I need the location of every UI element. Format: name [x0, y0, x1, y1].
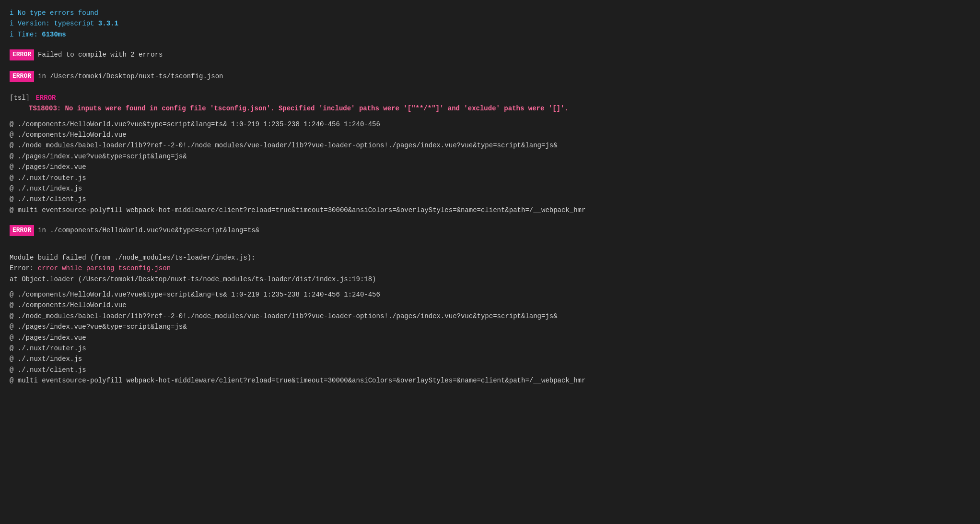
- at-line-2-2: @ ./components/HelloWorld.vue: [10, 300, 970, 310]
- at-line-1-8: @ ./.nuxt/client.js: [10, 194, 970, 204]
- info-icon-1: i: [10, 9, 18, 17]
- terminal-output: i No type errors found i Version: typesc…: [10, 8, 970, 386]
- at-line-2-4: @ ./pages/index.vue?vue&type=script&lang…: [10, 322, 970, 332]
- at-line-1-1: @ ./components/HelloWorld.vue?vue&type=s…: [10, 119, 970, 130]
- module-error-inline: error while parsing tsconfig.json: [38, 264, 171, 272]
- at-lines-group-1: @ ./components/HelloWorld.vue?vue&type=s…: [10, 119, 970, 216]
- at-line-2-8: @ ./.nuxt/client.js: [10, 365, 970, 375]
- error-block-1: ERROR in /Users/tomoki/Desktop/nuxt-ts/t…: [10, 71, 970, 215]
- at-line-1-5: @ ./pages/index.vue: [10, 162, 970, 172]
- tsl-label: [tsl]: [10, 93, 30, 103]
- info-line-2: i Version: typescript 3.3.1: [10, 18, 970, 29]
- info-icon-3: i: [10, 31, 18, 38]
- at-line-1-2: @ ./components/HelloWorld.vue: [10, 130, 970, 140]
- error-block-2-path: in ./components/HelloWorld.vue?vue&type=…: [38, 225, 259, 236]
- info-prefix-3: Time:: [18, 31, 42, 38]
- error-badge-2: ERROR: [10, 225, 34, 236]
- module-line-2: Error: error while parsing tsconfig.json: [10, 263, 970, 274]
- error-badge-1: ERROR: [10, 71, 34, 82]
- at-line-1-6: @ ./.nuxt/router.js: [10, 173, 970, 183]
- at-line-2-6: @ ./.nuxt/router.js: [10, 343, 970, 354]
- error-block-1-path: in /Users/tomoki/Desktop/nuxt-ts/tsconfi…: [38, 71, 223, 82]
- module-line-1: Module build failed (from ./node_modules…: [10, 252, 970, 263]
- error-summary-text: Failed to compile with 2 errors: [38, 49, 163, 60]
- ts-code: TS18003:: [29, 105, 61, 112]
- info-version: 3.3.1: [98, 20, 118, 27]
- module-build-block: Module build failed (from ./node_modules…: [10, 252, 970, 285]
- module-error-prefix: Error:: [10, 264, 38, 272]
- at-line-1-3: @ ./node_modules/babel-loader/lib??ref--…: [10, 140, 970, 151]
- info-line-3: i Time: 6130ms: [10, 29, 970, 40]
- error-summary-line: ERROR Failed to compile with 2 errors: [10, 49, 970, 60]
- tsl-space: [32, 93, 35, 103]
- module-line-3: at Object.loader (/Users/tomoki/Desktop/…: [10, 274, 970, 285]
- at-line-2-3: @ ./node_modules/babel-loader/lib??ref--…: [10, 311, 970, 322]
- error-badge-summary: ERROR: [10, 49, 34, 60]
- at-line-2-7: @ ./.nuxt/index.js: [10, 354, 970, 364]
- at-line-2-5: @ ./pages/index.vue: [10, 333, 970, 343]
- ts-error-line: TS18003: No inputs were found in config …: [10, 103, 970, 114]
- ts-error-full: TS18003: No inputs were found in config …: [29, 105, 569, 112]
- at-line-2-9: @ multi eventsource-polyfill webpack-hot…: [10, 375, 970, 386]
- info-line-1: i No type errors found: [10, 8, 970, 18]
- error-block-2: ERROR in ./components/HelloWorld.vue?vue…: [10, 225, 970, 386]
- tsl-error-word: ERROR: [35, 93, 56, 103]
- at-line-2-1: @ ./components/HelloWorld.vue?vue&type=s…: [10, 289, 970, 300]
- info-text-1: No type errors found: [18, 9, 98, 17]
- at-line-1-7: @ ./.nuxt/index.js: [10, 183, 970, 194]
- error-block-1-header: ERROR in /Users/tomoki/Desktop/nuxt-ts/t…: [10, 71, 970, 82]
- info-time: 6130ms: [42, 31, 66, 38]
- at-line-1-4: @ ./pages/index.vue?vue&type=script&lang…: [10, 151, 970, 162]
- at-line-1-9: @ multi eventsource-polyfill webpack-hot…: [10, 205, 970, 215]
- at-lines-group-2: @ ./components/HelloWorld.vue?vue&type=s…: [10, 289, 970, 386]
- info-icon-2: i: [10, 20, 18, 27]
- error-block-2-header: ERROR in ./components/HelloWorld.vue?vue…: [10, 225, 970, 236]
- tsl-line: [tsl] ERROR: [10, 93, 970, 103]
- info-prefix-2: Version: typescript: [18, 20, 98, 27]
- ts-message: No inputs were found in config file 'tsc…: [61, 105, 569, 112]
